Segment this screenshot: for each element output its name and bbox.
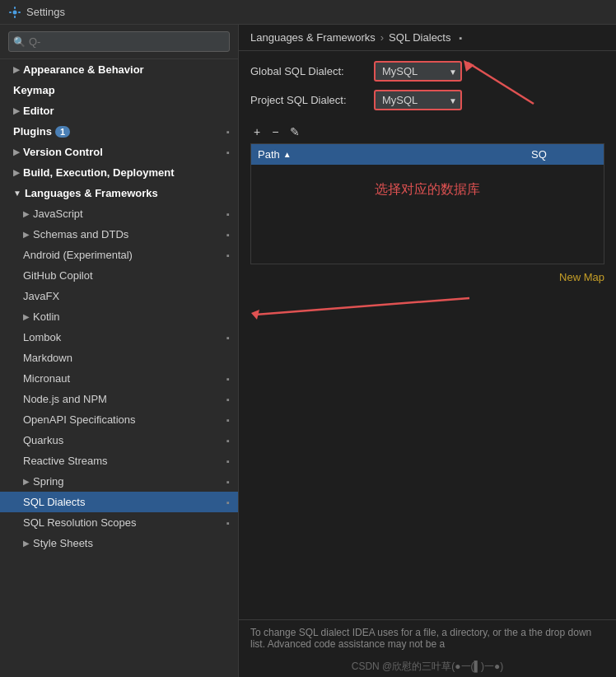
global-dialect-row: Global SQL Dialect: MySQL PostgreSQL SQL… (250, 61, 604, 82)
svg-line-7 (255, 298, 469, 315)
sidebar-item-style-sheets[interactable]: ▶ Style Sheets (0, 533, 238, 553)
lombok-icon: ▪ (226, 333, 230, 343)
sidebar-item-editor[interactable]: ▶ Editor (0, 100, 238, 121)
sidebar-item-plugins[interactable]: Plugins 1 ▪ (0, 121, 238, 142)
breadcrumb-path1: Languages & Frameworks (250, 31, 376, 44)
android-icon: ▪ (226, 250, 230, 260)
col-path-header: Path ▲ (258, 148, 531, 161)
dialect-section: Global SQL Dialect: MySQL PostgreSQL SQL… (239, 51, 616, 128)
expand-arrow-js: ▶ (23, 209, 30, 218)
csdn-watermark: CSDN @欣慰的三叶草(●一(▌)一●) (239, 656, 616, 677)
sidebar-item-schemas[interactable]: ▶ Schemas and DTDs ▪ (0, 224, 238, 245)
sidebar-item-build[interactable]: ▶ Build, Execution, Deployment (0, 162, 238, 183)
breadcrumb-path2: SQL Dialects (389, 31, 450, 44)
project-dialect-label: Project SQL Dialect: (250, 94, 366, 106)
sidebar: 🔍 ▶ Appearance & Behavior Keymap ▶ Edito… (0, 25, 239, 677)
sidebar-item-javascript[interactable]: ▶ JavaScript ▪ (0, 203, 238, 224)
search-icon: 🔍 (13, 36, 26, 48)
expand-arrow-editor: ▶ (13, 106, 20, 115)
spring-icon: ▪ (226, 477, 230, 487)
new-map-text: New Map (239, 264, 616, 290)
sidebar-item-lombok[interactable]: Lombok ▪ (0, 327, 238, 348)
right-panel: Languages & Frameworks › SQL Dialects ▪ … (239, 25, 616, 677)
csdn-text: CSDN @欣慰的三叶草(●一(▌)一●) (352, 661, 504, 672)
expand-arrow-languages: ▼ (13, 189, 21, 198)
bottom-info-text: To change SQL dialect IDEA uses for a fi… (250, 627, 591, 650)
sidebar-item-sql-dialects[interactable]: SQL Dialects ▪ (0, 492, 238, 512)
bottom-info: To change SQL dialect IDEA uses for a fi… (239, 619, 616, 656)
sql-dialects-icon: ▪ (226, 497, 230, 507)
vc-icon: ▪ (226, 147, 230, 157)
project-dialect-select[interactable]: MySQL PostgreSQL SQLite Oracle (374, 90, 462, 110)
add-button[interactable]: + (250, 124, 264, 140)
svg-marker-8 (251, 310, 259, 320)
col-sql-header: SQ (531, 148, 597, 161)
js-icon: ▪ (226, 209, 230, 219)
svg-rect-4 (18, 12, 21, 13)
breadcrumb-separator: › (380, 31, 384, 44)
expand-arrow-schemas: ▶ (23, 230, 30, 239)
svg-rect-1 (14, 7, 16, 9)
settings-icon (8, 6, 21, 19)
quarkus-icon: ▪ (226, 436, 230, 446)
global-dialect-select-wrapper: MySQL PostgreSQL SQLite Oracle (374, 61, 462, 82)
sidebar-item-kotlin[interactable]: ▶ Kotlin (0, 306, 238, 327)
expand-arrow-appearance: ▶ (13, 65, 20, 74)
bottom-red-arrow-svg (247, 290, 494, 323)
project-dialect-select-wrapper: MySQL PostgreSQL SQLite Oracle (374, 90, 462, 110)
expand-arrow-vc: ▶ (13, 147, 20, 156)
svg-point-0 (13, 10, 17, 14)
schemas-icon: ▪ (226, 230, 230, 240)
sidebar-item-markdown[interactable]: Markdown (0, 348, 238, 368)
svg-rect-2 (14, 16, 16, 18)
breadcrumb: Languages & Frameworks › SQL Dialects ▪ (239, 25, 616, 51)
sidebar-item-openapi[interactable]: OpenAPI Specifications ▪ (0, 409, 238, 430)
remove-button[interactable]: − (268, 124, 282, 140)
table-header: Path ▲ SQ (251, 144, 604, 165)
sidebar-item-reactive-streams[interactable]: Reactive Streams ▪ (0, 451, 238, 471)
sidebar-item-javafx[interactable]: JavaFX (0, 286, 238, 306)
search-input[interactable] (8, 31, 230, 52)
sidebar-item-quarkus[interactable]: Quarkus ▪ (0, 430, 238, 451)
expand-arrow-kotlin: ▶ (23, 312, 30, 321)
bottom-arrow-area (239, 290, 616, 323)
sidebar-item-appearance[interactable]: ▶ Appearance & Behavior (0, 59, 238, 80)
table-container: Path ▲ SQ 选择对应的数据库 (250, 143, 604, 264)
openapi-icon: ▪ (226, 415, 230, 425)
expand-arrow-spring: ▶ (23, 477, 30, 486)
window-title: Settings (26, 6, 65, 18)
chinese-annotation: 选择对应的数据库 (251, 165, 604, 215)
toolbar: + − ✎ (239, 120, 616, 143)
sidebar-item-nodejs[interactable]: Node.js and NPM ▪ (0, 389, 238, 409)
nodejs-icon: ▪ (226, 395, 230, 404)
search-container: 🔍 (0, 25, 238, 59)
project-dialect-row: Project SQL Dialect: MySQL PostgreSQL SQ… (250, 90, 604, 110)
edit-button[interactable]: ✎ (287, 124, 303, 140)
main-content: 🔍 ▶ Appearance & Behavior Keymap ▶ Edito… (0, 25, 616, 677)
sql-resolution-icon: ▪ (226, 518, 230, 528)
global-dialect-select[interactable]: MySQL PostgreSQL SQLite Oracle (374, 61, 462, 82)
sidebar-item-github-copilot[interactable]: GitHub Copilot (0, 265, 238, 286)
reactive-icon: ▪ (226, 456, 230, 466)
expand-arrow-build: ▶ (13, 168, 20, 177)
sidebar-item-version-control[interactable]: ▶ Version Control ▪ (0, 142, 238, 162)
micronaut-icon: ▪ (226, 374, 230, 384)
sidebar-item-android[interactable]: Android (Experimental) ▪ (0, 245, 238, 265)
plugins-icon: ▪ (226, 127, 230, 137)
title-bar: Settings (0, 0, 616, 25)
table-body: 选择对应的数据库 (251, 165, 604, 264)
plugins-badge: 1 (55, 126, 70, 138)
sidebar-item-languages[interactable]: ▼ Languages & Frameworks (0, 183, 238, 203)
search-wrapper: 🔍 (8, 31, 230, 52)
global-dialect-label: Global SQL Dialect: (250, 65, 366, 77)
sidebar-item-micronaut[interactable]: Micronaut ▪ (0, 368, 238, 389)
sidebar-item-spring[interactable]: ▶ Spring ▪ (0, 471, 238, 492)
expand-arrow-style: ▶ (23, 539, 30, 548)
svg-rect-3 (9, 12, 12, 13)
breadcrumb-db-icon: ▪ (459, 33, 462, 43)
sidebar-item-keymap[interactable]: Keymap (0, 80, 238, 100)
sidebar-item-sql-resolution[interactable]: SQL Resolution Scopes ▪ (0, 512, 238, 533)
